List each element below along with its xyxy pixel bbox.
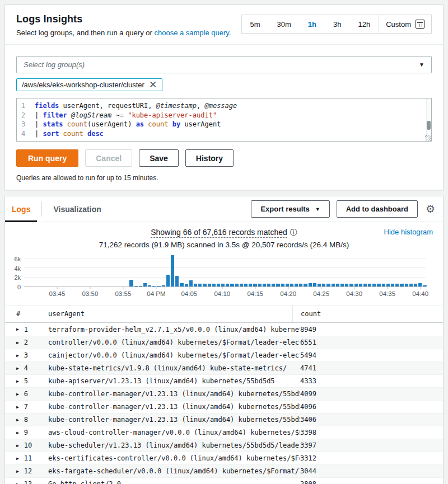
- hide-histogram-link[interactable]: Hide histogram: [384, 228, 433, 236]
- histogram-bar: [309, 283, 312, 287]
- x-axis-tick: [123, 287, 123, 289]
- row-number: 1: [24, 326, 28, 333]
- gear-icon[interactable]: ⚙: [426, 204, 435, 214]
- x-tick-label: 03:45: [49, 290, 66, 297]
- time-range-5m[interactable]: 5m: [242, 15, 269, 33]
- histogram-bar: [258, 284, 262, 286]
- row-index-cell: ▶3: [16, 351, 48, 359]
- expand-row-icon[interactable]: ▶: [16, 392, 19, 397]
- add-to-dashboard-button[interactable]: Add to dashboard: [337, 200, 418, 218]
- histogram-bar: [299, 284, 302, 286]
- time-range-custom[interactable]: Custom: [379, 15, 431, 33]
- row-index-cell: ▶7: [16, 403, 48, 411]
- table-row[interactable]: ▶10kube-scheduler/v1.23.13 (linux/amd64)…: [5, 439, 443, 452]
- query-lines: 1fields userAgent, requestURI, @timestam…: [21, 101, 423, 138]
- query-token: @timestamp: [156, 102, 197, 110]
- editor-resize-handle[interactable]: [425, 135, 431, 141]
- histogram-bar: [414, 284, 417, 286]
- row-number: 8: [24, 416, 28, 424]
- tab-visualization[interactable]: Visualization: [46, 196, 108, 222]
- export-results-button[interactable]: Export results ▼: [251, 200, 329, 218]
- table-row[interactable]: ▶9aws-cloud-controller-manager/v0.0.0 (l…: [5, 426, 443, 439]
- expand-row-icon[interactable]: ▶: [16, 366, 19, 371]
- log-group-select[interactable]: Select log group(s) ▼: [16, 56, 432, 73]
- table-row[interactable]: ▶8kube-controller-manager/v1.23.13 (linu…: [5, 413, 443, 426]
- histogram-bar: [395, 284, 399, 286]
- histogram-bar: [276, 284, 279, 286]
- table-row[interactable]: ▶1terraform-provider-helm_v2.7.1_x5/v0.0…: [5, 323, 443, 336]
- query-token: fields: [35, 102, 63, 110]
- expand-row-icon[interactable]: ▶: [16, 469, 19, 474]
- history-button[interactable]: History: [185, 149, 234, 167]
- save-button[interactable]: Save: [139, 149, 179, 167]
- table-row[interactable]: ▶4kube-state-metrics/v1.9.8 (linux/amd64…: [5, 361, 443, 374]
- x-axis-tick: [354, 287, 354, 289]
- query-token: count: [148, 120, 172, 128]
- x-tick-label: 03:55: [115, 290, 132, 297]
- editor-scrollbar-thumb[interactable]: [427, 121, 431, 130]
- expand-row-icon[interactable]: ▶: [16, 456, 19, 461]
- cancel-button[interactable]: Cancel: [85, 149, 132, 167]
- line-number: 1: [21, 101, 35, 111]
- info-icon[interactable]: ⓘ: [290, 228, 297, 237]
- log-group-tag-label: /aws/eks/eks-workshop-cluster/cluster: [22, 81, 144, 89]
- expand-row-icon[interactable]: ▶: [16, 430, 19, 435]
- expand-row-icon[interactable]: ▶: [16, 405, 19, 410]
- table-row[interactable]: ▶5kube-apiserver/v1.23.13 (linux/amd64) …: [5, 374, 443, 387]
- table-row[interactable]: ▶6kube-controller-manager/v1.23.13 (linu…: [5, 387, 443, 400]
- histogram-bar: [281, 284, 284, 286]
- histogram-chart[interactable]: 02k4k6k 03:4503:5003:5504 PM04:0504:1004…: [5, 253, 443, 297]
- query-token: @message: [204, 102, 237, 110]
- tab-logs[interactable]: Logs: [5, 196, 37, 222]
- query-token: ,: [197, 102, 204, 110]
- time-range-1h[interactable]: 1h: [300, 15, 325, 33]
- histogram-bar: [286, 284, 289, 286]
- time-range-3h[interactable]: 3h: [325, 15, 349, 33]
- table-row[interactable]: ▶2controller/v0.0.0 (linux/amd64) kubern…: [5, 336, 443, 349]
- sample-query-link[interactable]: choose a sample query: [154, 29, 228, 37]
- row-index-cell: ▶12: [16, 467, 48, 475]
- expand-row-icon[interactable]: ▶: [16, 482, 19, 484]
- query-editor[interactable]: 1fields userAgent, requestURI, @timestam…: [16, 98, 432, 142]
- histogram-bar: [263, 284, 266, 286]
- table-header-row: # userAgent count: [5, 306, 443, 323]
- query-token: desc: [87, 130, 104, 138]
- table-row[interactable]: ▶11eks-certificates-controller/v0.0.0 (l…: [5, 452, 443, 464]
- histogram-bar: [166, 275, 170, 286]
- useragent-cell: Go-http-client/2.0: [48, 480, 300, 484]
- remove-tag-icon[interactable]: ✕: [149, 81, 157, 88]
- query-token: sort: [43, 130, 63, 138]
- count-cell: 2808: [300, 480, 443, 484]
- line-number: 2: [21, 111, 35, 120]
- count-cell: 5494: [300, 351, 443, 359]
- expand-row-icon[interactable]: ▶: [16, 340, 19, 345]
- histogram-bar: [322, 284, 325, 286]
- query-token: |: [35, 111, 43, 119]
- query-token: |: [35, 130, 43, 138]
- query-token: stats: [43, 120, 67, 128]
- table-body: ▶1terraform-provider-helm_v2.7.1_x5/v0.0…: [5, 323, 443, 484]
- histogram-bar: [318, 284, 321, 286]
- time-range-12h[interactable]: 12h: [350, 15, 379, 33]
- expand-row-icon[interactable]: ▶: [16, 417, 19, 422]
- expand-row-icon[interactable]: ▶: [16, 443, 19, 448]
- query-code: | filter @logStream ~= "kube-apiserver-a…: [35, 111, 217, 120]
- x-tick-label: 04:40: [412, 290, 428, 297]
- table-row[interactable]: ▶7kube-controller-manager/v1.23.13 (linu…: [5, 400, 443, 413]
- expand-row-icon[interactable]: ▶: [16, 379, 19, 384]
- histogram-bar: [405, 284, 408, 286]
- x-axis-tick: [189, 287, 189, 289]
- row-number: 10: [24, 441, 32, 449]
- table-row[interactable]: ▶3cainjector/v0.0.0 (linux/amd64) kubern…: [5, 349, 443, 361]
- run-query-button[interactable]: Run query: [16, 149, 78, 167]
- expand-row-icon[interactable]: ▶: [16, 353, 19, 358]
- table-row[interactable]: ▶12eks-fargate-scheduler/v0.0.0 (linux/a…: [5, 464, 443, 477]
- row-number: 6: [24, 390, 28, 398]
- time-range-30m[interactable]: 30m: [269, 15, 300, 33]
- histogram-bar: [340, 284, 344, 286]
- expand-row-icon[interactable]: ▶: [16, 327, 19, 332]
- histogram-bar: [249, 284, 252, 286]
- count-cell: 3397: [300, 441, 443, 449]
- histogram-bar: [295, 284, 298, 286]
- table-row[interactable]: ▶13Go-http-client/2.02808: [5, 477, 443, 484]
